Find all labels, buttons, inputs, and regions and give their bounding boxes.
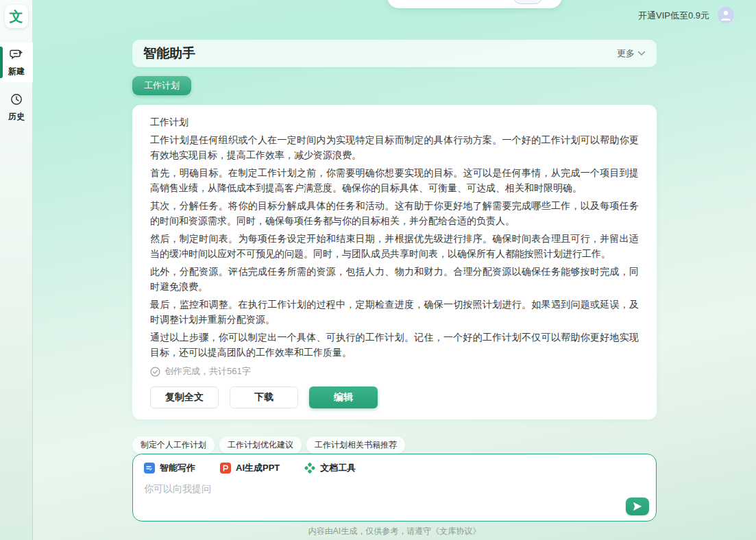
tab-label: 文档工具 <box>320 462 356 474</box>
writer-icon <box>144 463 155 474</box>
sidebar-item-history[interactable]: 历史 <box>0 86 33 127</box>
document-paragraph: 此外，分配资源。评估完成任务所需的资源，包括人力、物力和财力。合理分配资源以确保… <box>150 264 639 294</box>
prompt-input[interactable] <box>144 483 555 494</box>
chevron-down-icon <box>637 51 646 56</box>
tab-doc-tools[interactable]: 文档工具 <box>304 462 356 474</box>
ppt-icon <box>220 463 231 474</box>
app-page: 开通VIP低至0.9元 文 新建 <box>0 0 756 540</box>
edit-button[interactable]: 编辑 <box>309 386 378 408</box>
tab-ai-ppt[interactable]: AI生成PPT <box>220 462 280 474</box>
send-icon <box>633 502 642 511</box>
tab-label: AI生成PPT <box>236 462 280 474</box>
history-icon <box>10 93 23 109</box>
disclaimer-text: 内容由AI生成，仅供参考，请遵守《文库协议》 <box>132 526 657 537</box>
main-panel: 智能助手 更多 工作计划 工作计划 工作计划是任何组织或个人在一定时间内为实现特… <box>132 40 657 419</box>
suggestion-chips: 制定个人工作计划 工作计划优化建议 工作计划相关书籍推荐 <box>132 437 405 454</box>
page-title: 智能助手 <box>143 45 195 62</box>
search-button[interactable] <box>513 0 543 4</box>
document-paragraph: 其次，分解任务。将你的目标分解成具体的任务和活动。这有助于你更好地了解需要完成哪… <box>150 198 639 228</box>
composer-tabs: 智能写作 AI生成PPT <box>144 462 645 474</box>
composer: 智能写作 AI生成PPT <box>132 454 657 521</box>
sidebar-item-label: 历史 <box>8 111 25 123</box>
status-text: 创作完成，共计561字 <box>164 365 251 378</box>
sidebar: 文 新建 历史 <box>0 0 33 540</box>
document-paragraph: 工作计划是任何组织或个人在一定时间内为实现特定目标而制定的具体行动方案。一个好的… <box>150 132 639 162</box>
status-row: 创作完成，共计561字 <box>150 365 639 378</box>
topic-tag[interactable]: 工作计划 <box>132 76 191 95</box>
copy-all-button[interactable]: 复制全文 <box>150 386 219 408</box>
more-label: 更多 <box>617 47 635 60</box>
floating-search-bar[interactable] <box>387 0 562 8</box>
vip-upgrade-link[interactable]: 开通VIP低至0.9元 <box>638 10 709 22</box>
tab-label: 智能写作 <box>160 462 195 474</box>
assistant-header: 智能助手 更多 <box>132 40 657 67</box>
document-paragraph: 然后，制定时间表。为每项任务设定开始和结束日期，并根据优先级进行排序。确保时间表… <box>150 231 639 261</box>
app-logo[interactable]: 文 <box>5 5 28 28</box>
download-button[interactable]: 下载 <box>230 386 298 408</box>
user-icon <box>720 9 732 21</box>
document-paragraph: 最后，监控和调整。在执行工作计划的过程中，定期检查进度，确保一切按照计划进行。如… <box>150 297 639 327</box>
new-chat-icon <box>10 49 23 64</box>
action-buttons: 复制全文 下载 编辑 <box>150 386 639 408</box>
suggestion-chip[interactable]: 工作计划优化建议 <box>219 437 302 454</box>
doc-tools-icon <box>304 463 315 474</box>
suggestion-chip[interactable]: 制定个人工作计划 <box>132 437 215 454</box>
sidebar-item-label: 新建 <box>8 66 25 77</box>
result-card: 工作计划 工作计划是任何组织或个人在一定时间内为实现特定目标而制定的具体行动方案… <box>132 105 657 419</box>
check-circle-icon <box>150 367 160 377</box>
document-paragraph: 工作计划 <box>150 114 639 130</box>
document-paragraph: 首先，明确目标。在制定工作计划之前，你需要明确你想要实现的目标。这可以是任何事情… <box>150 165 639 195</box>
avatar[interactable] <box>718 7 734 23</box>
tab-smart-writing[interactable]: 智能写作 <box>144 462 195 474</box>
document-paragraph: 通过以上步骤，你可以制定出一个具体、可执行的工作计划。记住，一个好的工作计划不仅… <box>150 330 639 360</box>
send-button[interactable] <box>626 498 649 515</box>
more-menu[interactable]: 更多 <box>617 47 646 60</box>
sidebar-item-new-chat[interactable]: 新建 <box>0 42 33 82</box>
suggestion-chip[interactable]: 工作计划相关书籍推荐 <box>306 437 405 454</box>
